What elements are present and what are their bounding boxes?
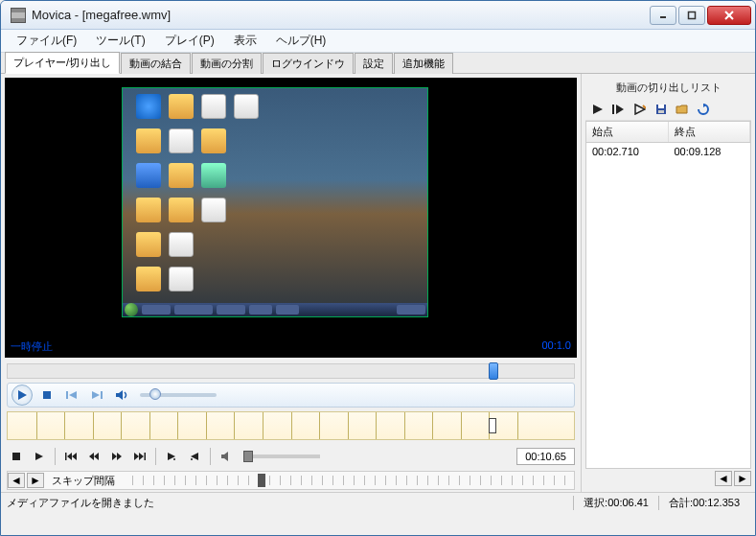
desktop-icon	[136, 198, 161, 222]
svg-marker-7	[69, 391, 77, 399]
desktop-icon	[234, 94, 259, 119]
minimize-button[interactable]	[650, 6, 676, 25]
desktop-icon	[169, 128, 194, 153]
volume-slider[interactable]	[140, 393, 217, 397]
lc-speaker-icon[interactable]	[217, 447, 236, 466]
maximize-button[interactable]	[678, 6, 705, 25]
rp-save-button[interactable]	[653, 101, 670, 118]
volume-thumb[interactable]	[149, 388, 161, 400]
svg-rect-11	[12, 453, 20, 460]
svg-rect-9	[101, 391, 103, 399]
rp-open-button[interactable]	[674, 101, 691, 118]
timeline[interactable]	[7, 411, 575, 440]
seekbar[interactable]	[7, 363, 575, 379]
col-end[interactable]: 終点	[669, 122, 751, 142]
timeline-marker[interactable]	[489, 418, 496, 433]
app-icon	[11, 8, 26, 23]
svg-marker-12	[35, 453, 43, 460]
cell-start: 00:02.710	[586, 143, 669, 160]
titlebar[interactable]: Movica - [megafree.wmv]	[1, 1, 755, 30]
tab-split[interactable]: 動画の分割	[192, 53, 262, 74]
desktop-icon	[136, 232, 161, 257]
menu-help[interactable]: ヘルプ(H)	[266, 30, 336, 52]
svg-marker-4	[18, 390, 27, 400]
speed-thumb[interactable]	[243, 451, 253, 462]
seek-thumb[interactable]	[489, 362, 498, 380]
status-message: メディアファイルを開きました	[7, 496, 573, 510]
left-panel: 一時停止 00:1.0	[1, 74, 582, 492]
stop-button[interactable]	[36, 385, 57, 406]
svg-marker-28	[593, 105, 603, 114]
desktop-icon	[136, 163, 161, 188]
desktop-icon	[169, 94, 194, 119]
time-label: 00:1.0	[541, 339, 571, 354]
pause-label: 一時停止	[11, 339, 53, 354]
rp-play-range-button[interactable]	[610, 101, 628, 118]
svg-marker-16	[89, 453, 94, 460]
lc-stop-button[interactable]	[7, 447, 26, 466]
rp-play-button[interactable]	[589, 101, 607, 118]
rp-edit-button[interactable]	[631, 101, 649, 118]
lc-skip-start-button[interactable]	[61, 447, 80, 466]
lc-rewind-button[interactable]	[84, 447, 103, 466]
cell-end: 00:09.128	[669, 143, 751, 160]
play-button[interactable]	[11, 385, 33, 406]
svg-rect-5	[43, 391, 51, 399]
desktop-icon	[201, 198, 226, 222]
rp-refresh-button[interactable]	[695, 101, 712, 118]
player-controls	[7, 383, 575, 408]
statusbar: メディアファイルを開きました 選択:00:06.41 合計:00:12.353	[1, 492, 755, 513]
skip-prev-button[interactable]: ◄	[8, 473, 25, 488]
svg-marker-18	[112, 453, 117, 460]
svg-rect-35	[658, 110, 664, 113]
svg-marker-27	[221, 452, 228, 461]
svg-marker-8	[92, 391, 100, 399]
menu-tools[interactable]: ツール(T)	[86, 30, 154, 52]
lc-mark-in-button[interactable]	[162, 447, 181, 466]
speed-slider[interactable]	[243, 454, 320, 458]
prev-button[interactable]	[61, 385, 82, 406]
close-button[interactable]	[707, 6, 751, 25]
rp-next-button[interactable]: ►	[734, 471, 751, 486]
right-panel: 動画の切り出しリスト 始点 終点 00:02.710 00:09.128	[582, 74, 755, 492]
next-button[interactable]	[86, 385, 107, 406]
svg-rect-1	[689, 12, 696, 18]
lc-mark-out-button[interactable]	[185, 447, 204, 466]
lower-controls: 00:10.65	[7, 444, 575, 469]
desktop-icon	[136, 94, 161, 119]
video-area[interactable]: 一時停止 00:1.0	[5, 78, 577, 358]
col-start[interactable]: 始点	[586, 122, 669, 142]
lc-forward-button[interactable]	[107, 447, 126, 466]
lc-play-button[interactable]	[30, 447, 49, 466]
status-total: 合計:00:12.353	[658, 496, 749, 510]
svg-rect-6	[66, 391, 68, 399]
video-frame	[122, 87, 428, 317]
tabbar: プレイヤー/切り出し 動画の結合 動画の分割 ログウインドウ 設定 追加機能	[1, 53, 755, 74]
tab-settings[interactable]: 設定	[355, 53, 393, 74]
desktop-icon	[201, 94, 226, 119]
skip-track[interactable]	[123, 476, 574, 485]
desktop-icon	[136, 267, 161, 291]
volume-icon[interactable]	[111, 385, 132, 406]
cutlist-title: 動画の切り出しリスト	[585, 78, 751, 98]
app-window: Movica - [megafree.wmv] ファイル(F) ツール(T) プ…	[0, 0, 756, 536]
skip-next-button[interactable]: ►	[27, 473, 44, 488]
cutlist-header: 始点 終点	[586, 122, 750, 143]
tab-log[interactable]: ログウインドウ	[263, 53, 354, 74]
svg-point-25	[191, 458, 193, 460]
lc-skip-end-button[interactable]	[130, 447, 149, 466]
skip-thumb[interactable]	[258, 474, 265, 487]
menu-play[interactable]: プレイ(P)	[155, 30, 224, 52]
rp-prev-button[interactable]: ◄	[715, 471, 732, 486]
menu-view[interactable]: 表示	[224, 30, 266, 52]
tab-player[interactable]: プレイヤー/切り出し	[5, 52, 120, 74]
status-selection: 選択:00:06.41	[573, 496, 658, 510]
cutlist-toolbar	[585, 98, 751, 121]
desktop-icon	[169, 267, 194, 291]
menu-file[interactable]: ファイル(F)	[7, 30, 86, 52]
tab-extra[interactable]: 追加機能	[394, 53, 453, 74]
tab-join[interactable]: 動画の結合	[121, 53, 191, 74]
cutlist-table[interactable]: 始点 終点 00:02.710 00:09.128	[585, 121, 751, 469]
svg-marker-17	[94, 453, 99, 460]
cutlist-row[interactable]: 00:02.710 00:09.128	[586, 143, 750, 160]
